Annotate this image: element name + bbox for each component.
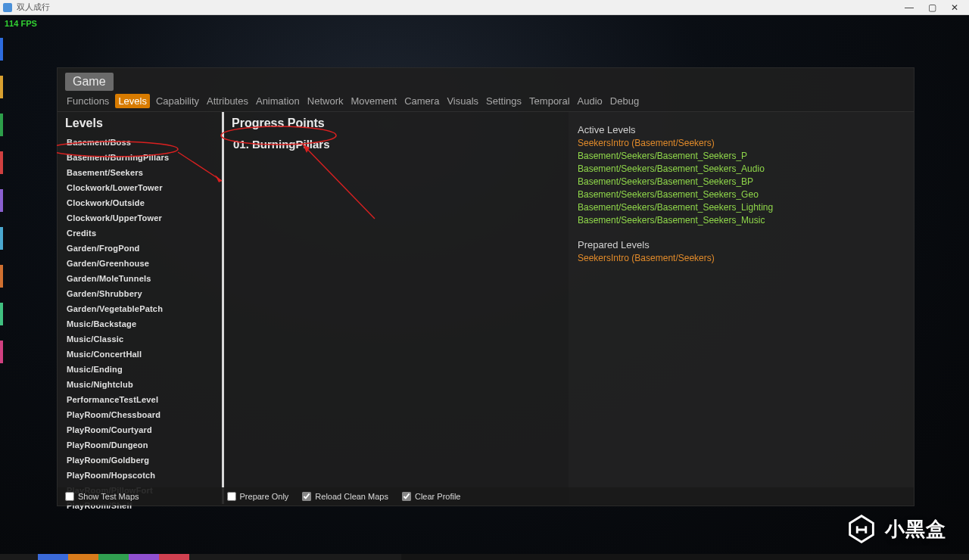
level-item[interactable]: Basement/BurningPillars xyxy=(65,150,214,165)
level-item[interactable]: Garden/VegetablePatch xyxy=(65,301,214,316)
prepare-only-checkbox[interactable]: Prepare Only xyxy=(227,492,289,501)
level-item[interactable]: Music/Backstage xyxy=(65,316,214,331)
level-item[interactable]: PlayRoom/Hopscotch xyxy=(65,468,214,483)
level-item[interactable]: Garden/Shrubbery xyxy=(65,286,214,301)
level-item[interactable]: Credits xyxy=(65,226,214,241)
level-item[interactable]: Clockwork/UpperTower xyxy=(65,210,214,226)
active-levels-list: SeekersIntro (Basement/Seekers)Basement/… xyxy=(578,137,905,227)
progress-column: Progress Points 01. BurningPillars xyxy=(224,112,569,504)
progress-point-item[interactable]: 01. BurningPillars xyxy=(232,135,561,154)
level-item[interactable]: Music/Classic xyxy=(65,331,214,347)
show-test-maps-checkbox[interactable]: Show Test Maps xyxy=(65,492,139,501)
info-line: SeekersIntro (Basement/Seekers) xyxy=(578,137,905,150)
info-line: Basement/Seekers/Basement_Seekers_BP xyxy=(578,176,905,188)
panel-footer: Show Test Maps Prepare Only Reload Clean… xyxy=(58,487,914,506)
level-item[interactable]: PerformanceTestLevel xyxy=(65,392,214,407)
game-viewport: 114 FPS Game FunctionsLevelsCapabilityAt… xyxy=(0,15,969,560)
menu-item-settings[interactable]: Settings xyxy=(484,94,523,108)
menu-item-capability[interactable]: Capability xyxy=(154,94,201,108)
progress-title: Progress Points xyxy=(232,117,561,130)
level-item[interactable]: PlayRoom/Dungeon xyxy=(65,437,214,453)
progress-list: 01. BurningPillars xyxy=(232,135,561,154)
menu-item-visuals[interactable]: Visuals xyxy=(445,94,480,108)
menu-item-temporal[interactable]: Temporal xyxy=(528,94,571,108)
info-line: SeekersIntro (Basement/Seekers) xyxy=(578,252,905,265)
info-line: Basement/Seekers/Basement_Seekers_P xyxy=(578,150,905,163)
menu-item-network[interactable]: Network xyxy=(306,94,345,108)
level-item[interactable]: Garden/Greenhouse xyxy=(65,256,214,271)
prepared-levels-title: Prepared Levels xyxy=(578,239,905,250)
fps-counter: 114 FPS xyxy=(5,19,37,28)
reload-clean-checkbox[interactable]: Reload Clean Maps xyxy=(302,492,388,501)
level-item[interactable]: Clockwork/LowerTower xyxy=(65,180,214,195)
os-taskbar-fragment xyxy=(0,554,969,560)
level-item[interactable]: Basement/Seekers xyxy=(65,165,214,180)
level-item[interactable]: Music/Nightclub xyxy=(65,377,214,392)
level-item[interactable]: Garden/FrogPond xyxy=(65,241,214,256)
menu-item-attributes[interactable]: Attributes xyxy=(205,94,250,108)
levels-list: Basement/BossBasement/BurningPillarsBase… xyxy=(65,135,214,513)
window-title: 双人成行 xyxy=(17,2,50,13)
level-item[interactable]: Music/ConcertHall xyxy=(65,347,214,362)
desktop-edge-icons xyxy=(0,38,3,560)
level-item[interactable]: Basement/Boss xyxy=(65,135,214,150)
close-button[interactable]: ✕ xyxy=(943,0,966,15)
panel-header: Game xyxy=(58,68,914,91)
levels-title: Levels xyxy=(65,117,214,130)
game-mode-tab[interactable]: Game xyxy=(65,73,114,91)
heybox-logo-icon xyxy=(844,512,879,546)
menu-item-levels[interactable]: Levels xyxy=(115,94,150,108)
level-item[interactable]: PlayRoom/Courtyard xyxy=(65,422,214,437)
menu-item-animation[interactable]: Animation xyxy=(254,94,301,108)
menu-item-movement[interactable]: Movement xyxy=(349,94,398,108)
info-column: Active Levels SeekersIntro (Basement/See… xyxy=(569,112,914,504)
watermark: 小黑盒 xyxy=(844,512,946,546)
menu-item-camera[interactable]: Camera xyxy=(403,94,441,108)
os-titlebar: 双人成行 — ▢ ✕ xyxy=(0,0,969,15)
info-line: Basement/Seekers/Basement_Seekers_Lighti… xyxy=(578,201,905,214)
level-item[interactable]: Music/Ending xyxy=(65,362,214,377)
level-item[interactable]: Clockwork/Outside xyxy=(65,195,214,210)
menu-item-audio[interactable]: Audio xyxy=(576,94,604,108)
debug-panel: Game FunctionsLevelsCapabilityAttributes… xyxy=(57,67,914,506)
levels-column: Levels Basement/BossBasement/BurningPill… xyxy=(58,112,224,504)
info-line: Basement/Seekers/Basement_Seekers_Geo xyxy=(578,188,905,201)
menu-item-functions[interactable]: Functions xyxy=(65,94,111,108)
level-item[interactable]: PlayRoom/Chessboard xyxy=(65,407,214,422)
menu-item-debug[interactable]: Debug xyxy=(609,94,640,108)
info-line: Basement/Seekers/Basement_Seekers_Music xyxy=(578,214,905,227)
level-item[interactable]: Garden/MoleTunnels xyxy=(65,271,214,286)
active-levels-title: Active Levels xyxy=(578,124,905,135)
app-icon xyxy=(3,3,12,12)
watermark-text: 小黑盒 xyxy=(885,516,946,543)
info-line: Basement/Seekers/Basement_Seekers_Audio xyxy=(578,163,905,176)
clear-profile-checkbox[interactable]: Clear Profile xyxy=(402,492,461,501)
prepared-levels-list: SeekersIntro (Basement/Seekers) xyxy=(578,252,905,265)
menubar: FunctionsLevelsCapabilityAttributesAnima… xyxy=(58,91,914,112)
minimize-button[interactable]: — xyxy=(898,0,921,15)
level-item[interactable]: PlayRoom/Goldberg xyxy=(65,453,214,468)
maximize-button[interactable]: ▢ xyxy=(921,0,943,15)
